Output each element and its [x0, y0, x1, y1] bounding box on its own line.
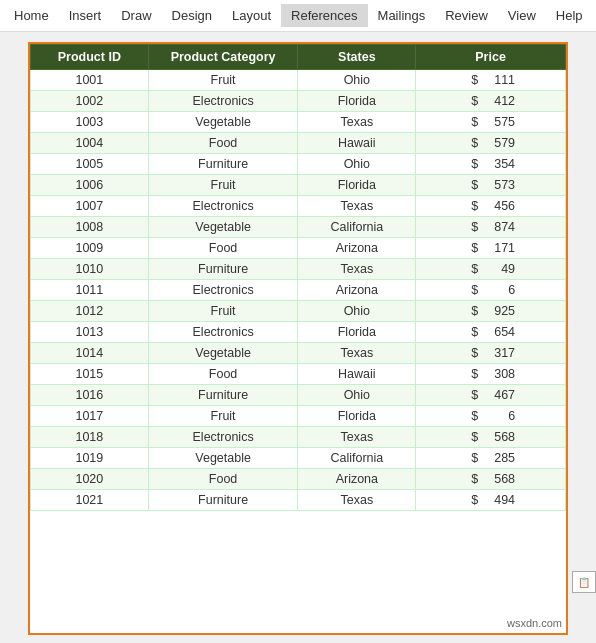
cell-product-id: 1005: [31, 154, 149, 175]
table-row: 1011ElectronicsArizona$6: [31, 280, 566, 301]
table-row: 1013ElectronicsFlorida$654: [31, 322, 566, 343]
cell-category: Vegetable: [148, 112, 298, 133]
cell-state: Hawaii: [298, 133, 416, 154]
header-product-category: Product Category: [148, 45, 298, 70]
table-row: 1020FoodArizona$568: [31, 469, 566, 490]
cell-category: Furniture: [148, 259, 298, 280]
cell-product-id: 1008: [31, 217, 149, 238]
cell-price: $285: [416, 448, 566, 469]
table-row: 1017FruitFlorida$6: [31, 406, 566, 427]
cell-product-id: 1006: [31, 175, 149, 196]
cell-product-id: 1019: [31, 448, 149, 469]
cell-category: Food: [148, 364, 298, 385]
cell-product-id: 1011: [31, 280, 149, 301]
menu-bar: HomeInsertDrawDesignLayoutReferencesMail…: [0, 0, 596, 32]
menubar-item-home[interactable]: Home: [4, 4, 59, 27]
cell-price: $171: [416, 238, 566, 259]
cell-product-id: 1018: [31, 427, 149, 448]
cell-category: Electronics: [148, 427, 298, 448]
menubar-item-references[interactable]: References: [281, 4, 367, 27]
cell-state: Texas: [298, 343, 416, 364]
table-row: 1005FurnitureOhio$354: [31, 154, 566, 175]
cell-product-id: 1015: [31, 364, 149, 385]
cell-product-id: 1003: [31, 112, 149, 133]
data-table: Product ID Product Category States Price…: [30, 44, 566, 511]
menubar-item-layout[interactable]: Layout: [222, 4, 281, 27]
cell-category: Fruit: [148, 301, 298, 322]
cell-price: $412: [416, 91, 566, 112]
cell-product-id: 1007: [31, 196, 149, 217]
table-row: 1004FoodHawaii$579: [31, 133, 566, 154]
table-row: 1018ElectronicsTexas$568: [31, 427, 566, 448]
cell-price: $568: [416, 427, 566, 448]
cell-state: Texas: [298, 196, 416, 217]
cell-price: $111: [416, 70, 566, 91]
cell-product-id: 1017: [31, 406, 149, 427]
cell-product-id: 1021: [31, 490, 149, 511]
cell-price: $317: [416, 343, 566, 364]
cell-state: Florida: [298, 322, 416, 343]
cell-category: Vegetable: [148, 217, 298, 238]
table-row: 1003VegetableTexas$575: [31, 112, 566, 133]
cell-state: California: [298, 217, 416, 238]
table-row: 1002ElectronicsFlorida$412: [31, 91, 566, 112]
menubar-item-draw[interactable]: Draw: [111, 4, 161, 27]
table-row: 1014VegetableTexas$317: [31, 343, 566, 364]
menubar-item-help[interactable]: Help: [546, 4, 593, 27]
cell-price: $49: [416, 259, 566, 280]
cell-price: $308: [416, 364, 566, 385]
header-product-id: Product ID: [31, 45, 149, 70]
menubar-item-insert[interactable]: Insert: [59, 4, 112, 27]
cell-product-id: 1020: [31, 469, 149, 490]
cell-state: Florida: [298, 406, 416, 427]
cell-price: $575: [416, 112, 566, 133]
header-states: States: [298, 45, 416, 70]
cell-category: Food: [148, 133, 298, 154]
menubar-item-mailings[interactable]: Mailings: [368, 4, 436, 27]
cell-state: Ohio: [298, 385, 416, 406]
table-row: 1006FruitFlorida$573: [31, 175, 566, 196]
cell-price: $925: [416, 301, 566, 322]
cell-state: Ohio: [298, 154, 416, 175]
cell-price: $573: [416, 175, 566, 196]
cell-state: Florida: [298, 175, 416, 196]
cell-product-id: 1013: [31, 322, 149, 343]
table-row: 1021FurnitureTexas$494: [31, 490, 566, 511]
table-header-row: Product ID Product Category States Price: [31, 45, 566, 70]
cell-price: $456: [416, 196, 566, 217]
cell-state: Texas: [298, 427, 416, 448]
cell-state: Hawaii: [298, 364, 416, 385]
table-row: 1019VegetableCalifornia$285: [31, 448, 566, 469]
cell-product-id: 1002: [31, 91, 149, 112]
table-row: 1001FruitOhio$111: [31, 70, 566, 91]
cell-category: Furniture: [148, 385, 298, 406]
cell-category: Electronics: [148, 280, 298, 301]
cell-state: Texas: [298, 259, 416, 280]
table-row: 1007ElectronicsTexas$456: [31, 196, 566, 217]
table-row: 1008VegetableCalifornia$874: [31, 217, 566, 238]
cell-category: Fruit: [148, 406, 298, 427]
cell-state: Arizona: [298, 280, 416, 301]
cell-state: Arizona: [298, 469, 416, 490]
cell-product-id: 1009: [31, 238, 149, 259]
cell-state: Florida: [298, 91, 416, 112]
menubar-item-view[interactable]: View: [498, 4, 546, 27]
ctrl-paste-indicator[interactable]: 📋: [572, 571, 596, 593]
cell-price: $494: [416, 490, 566, 511]
cell-state: Texas: [298, 490, 416, 511]
cell-price: $874: [416, 217, 566, 238]
cell-category: Furniture: [148, 154, 298, 175]
cell-price: $467: [416, 385, 566, 406]
cell-category: Food: [148, 469, 298, 490]
menubar-item-review[interactable]: Review: [435, 4, 498, 27]
menubar-item-design[interactable]: Design: [162, 4, 222, 27]
cell-price: $654: [416, 322, 566, 343]
content-area: Product ID Product Category States Price…: [0, 32, 596, 643]
cell-state: Texas: [298, 112, 416, 133]
header-price: Price: [416, 45, 566, 70]
cell-category: Vegetable: [148, 448, 298, 469]
cell-category: Fruit: [148, 70, 298, 91]
cell-product-id: 1010: [31, 259, 149, 280]
cell-state: Arizona: [298, 238, 416, 259]
cell-product-id: 1001: [31, 70, 149, 91]
